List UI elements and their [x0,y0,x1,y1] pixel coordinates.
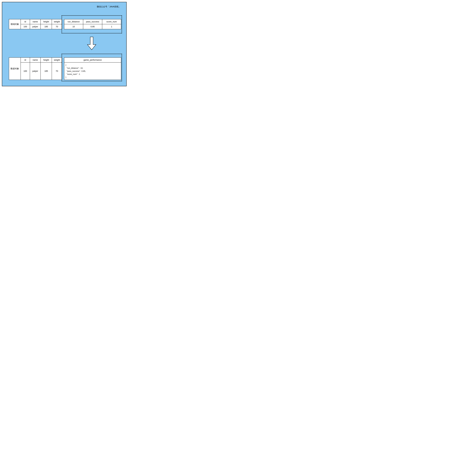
table-spacer [62,57,64,80]
cell-game-performance-json: { "run_distance" : 10, "pass_success" : … [64,62,121,80]
cell-height: 185 [41,24,52,29]
cell-score-num: 1 [102,24,121,29]
table-header-row: 领域对象 id name height weight run_distance … [9,19,121,24]
table-data-row: 100 palyer 185 70 { "run_distance" : 10,… [9,62,121,80]
col-header-height: height [41,19,52,24]
cell-weight: 70 [52,62,62,80]
cell-id: 100 [21,24,30,29]
col-header-height: height [41,57,52,62]
diagram-canvas: 微信公众号「JAVA前线」 领域对象 id name height weight… [2,2,127,86]
row-label: 领域对象 [9,19,21,29]
cell-name: palyer [30,62,41,80]
col-header-id: id [21,57,30,62]
col-header-weight: weight [52,19,62,24]
domain-object-table: 领域对象 id name height weight run_distance … [9,19,121,29]
table-spacer [62,19,64,29]
cell-run-distance: 10 [64,24,83,29]
col-header-id: id [21,19,30,24]
attribution-text: 微信公众号「JAVA前线」 [97,5,121,8]
cell-height: 185 [41,62,52,80]
data-object-table: 数据对象 id name height weight game_performa… [9,57,121,80]
cell-id: 100 [21,62,30,80]
data-object-table-wrap: 数据对象 id name height weight game_performa… [9,57,121,80]
cell-pass-success: 0.85 [83,24,102,29]
table-header-row: 数据对象 id name height weight game_performa… [9,57,121,62]
down-arrow-icon [86,36,97,51]
col-header-pass-success: pass_success [83,19,102,24]
col-header-run-distance: run_distance [64,19,83,24]
col-header-name: name [30,19,41,24]
col-header-score-num: score_num [102,19,121,24]
col-header-weight: weight [52,57,62,62]
cell-weight: 70 [52,24,62,29]
domain-object-table-wrap: 领域对象 id name height weight run_distance … [9,19,121,29]
cell-name: palyer [30,24,41,29]
row-label: 数据对象 [9,57,21,80]
col-header-game-performance: game_performance [64,57,121,62]
table-data-row: 100 palyer 185 70 10 0.85 1 [9,24,121,29]
col-header-name: name [30,57,41,62]
